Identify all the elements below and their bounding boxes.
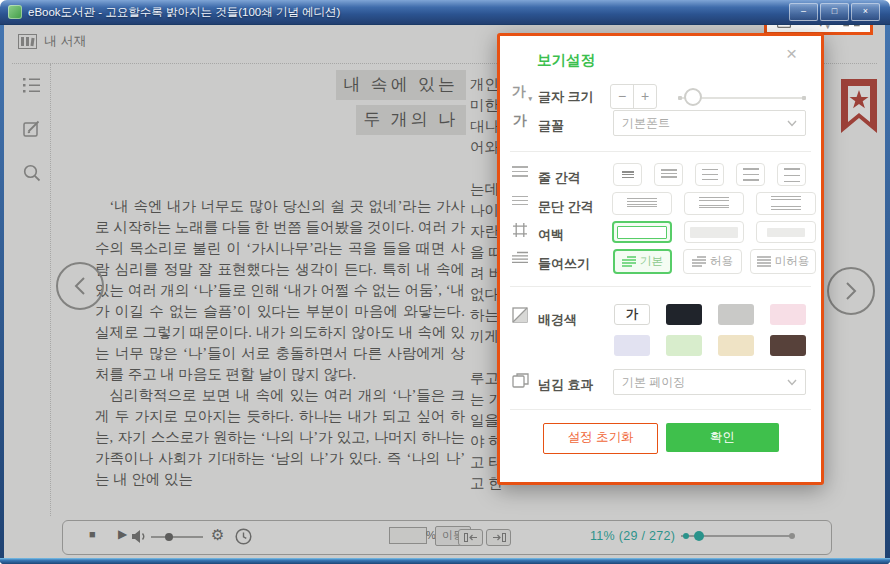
bg-swatch-char: 가 xyxy=(626,307,639,321)
slider-right-cap xyxy=(802,96,806,100)
indent-label: 들여쓰기 xyxy=(538,255,590,273)
indent-icon xyxy=(512,251,528,264)
line-spacing-option-1[interactable] xyxy=(613,163,642,186)
margin-option-3[interactable] xyxy=(756,221,816,243)
panel-title: 보기설정 xyxy=(537,51,595,70)
page-effect-select[interactable]: 기본 페이징 xyxy=(613,369,806,395)
indent-default-label: 기본 xyxy=(640,254,663,269)
window-title: eBook도서관 - 고요할수록 밝아지는 것들(100쇄 기념 에디션) xyxy=(28,5,340,20)
line-spacing-4-icon xyxy=(743,168,759,181)
para-spacing-option-1[interactable] xyxy=(612,192,672,215)
app-window: 내 서재 내 속에 있는 두 개의 나 ‘내 속엔 내가 너무도 많아 당신의 … xyxy=(0,0,890,564)
bg-swatch-lavender[interactable] xyxy=(614,335,650,356)
margin-3-icon xyxy=(767,228,805,237)
line-spacing-1-icon xyxy=(622,171,634,179)
margin-label: 여백 xyxy=(538,226,564,244)
para-spacing-2-icon xyxy=(699,197,729,210)
margin-1-icon xyxy=(617,226,667,239)
background-color-icon xyxy=(512,307,528,323)
font-size-icon-glyph: 가 xyxy=(512,83,526,99)
bg-swatch-cream[interactable] xyxy=(718,335,754,356)
confirm-button[interactable]: 확인 xyxy=(666,423,779,452)
bg-swatch-black[interactable] xyxy=(666,304,702,325)
line-spacing-icon xyxy=(512,166,528,180)
para-spacing-1-icon xyxy=(627,198,657,209)
para-spacing-3-icon xyxy=(771,196,801,211)
font-family-select[interactable]: 기본폰트 xyxy=(613,110,806,136)
indent-disallow-icon xyxy=(757,256,771,267)
line-spacing-5-icon xyxy=(784,168,800,182)
window-controls: – □ × xyxy=(789,3,880,21)
margin-icon xyxy=(512,222,528,238)
font-size-stepper: − + xyxy=(610,84,657,109)
chevron-down-icon xyxy=(787,120,797,127)
font-size-decrease-button[interactable]: − xyxy=(611,85,634,108)
para-spacing-option-2[interactable] xyxy=(684,192,744,215)
line-spacing-option-3[interactable] xyxy=(695,163,724,186)
line-spacing-label: 줄 간격 xyxy=(538,169,581,187)
maximize-button[interactable]: □ xyxy=(820,3,849,21)
font-family-value: 기본폰트 xyxy=(622,116,670,130)
font-family-icon: 가 xyxy=(513,112,527,130)
font-size-slider-knob[interactable] xyxy=(684,88,702,106)
bg-swatch-pink[interactable] xyxy=(770,304,806,325)
panel-divider-2 xyxy=(510,286,811,287)
bg-swatch-green[interactable] xyxy=(666,335,702,356)
bg-swatch-gray[interactable] xyxy=(718,304,754,325)
margin-2-icon xyxy=(690,227,738,238)
line-spacing-option-5[interactable] xyxy=(777,163,806,186)
slider-left-cap xyxy=(678,96,682,100)
line-spacing-option-4[interactable] xyxy=(736,163,765,186)
panel-divider-3 xyxy=(510,409,811,410)
indent-allow-icon xyxy=(692,256,706,267)
indent-default-icon xyxy=(622,256,636,267)
indent-option-disallow[interactable]: 미허용 xyxy=(750,249,816,274)
close-button[interactable]: × xyxy=(851,3,880,21)
reset-settings-button[interactable]: 설정 초기화 xyxy=(543,423,658,454)
line-spacing-option-2[interactable] xyxy=(654,163,683,186)
view-settings-panel: 보기설정 × 가▾ 글자 크기 − + 가 글꼴 기본폰트 줄 간격 xyxy=(497,33,824,485)
page-effect-label: 넘김 효과 xyxy=(538,376,594,394)
paragraph-spacing-icon xyxy=(512,196,528,208)
line-spacing-3-icon xyxy=(702,169,718,181)
window-border-left xyxy=(0,24,4,564)
font-family-label: 글꼴 xyxy=(538,117,564,135)
font-size-increase-button[interactable]: + xyxy=(634,85,656,108)
font-size-label: 글자 크기 xyxy=(538,88,594,106)
minimize-button[interactable]: – xyxy=(789,3,818,21)
app-icon xyxy=(8,5,22,19)
bg-swatch-brown[interactable] xyxy=(770,335,806,356)
window-border-right xyxy=(885,24,890,564)
paragraph-spacing-label: 문단 간격 xyxy=(538,198,594,216)
para-spacing-option-3[interactable] xyxy=(756,192,816,215)
indent-option-allow[interactable]: 허용 xyxy=(683,249,742,274)
title-bar: eBook도서관 - 고요할수록 밝아지는 것들(100쇄 기념 에디션) – … xyxy=(0,0,890,25)
font-size-icon: 가▾ xyxy=(512,83,526,101)
indent-disallow-label: 미허용 xyxy=(775,254,810,269)
page-effect-value: 기본 페이징 xyxy=(622,375,685,389)
indent-option-default[interactable]: 기본 xyxy=(613,249,672,274)
indent-allow-label: 허용 xyxy=(710,254,733,269)
panel-close-icon[interactable]: × xyxy=(786,43,797,65)
chevron-down-icon xyxy=(787,379,797,386)
background-color-label: 배경색 xyxy=(538,311,577,329)
margin-option-2[interactable] xyxy=(684,221,744,243)
bg-swatch-white[interactable]: 가 xyxy=(614,304,650,325)
window-border-bottom xyxy=(0,558,890,564)
line-spacing-2-icon xyxy=(661,169,677,180)
margin-option-1[interactable] xyxy=(612,221,672,243)
page-effect-icon xyxy=(512,373,529,388)
panel-divider-1 xyxy=(510,151,811,152)
